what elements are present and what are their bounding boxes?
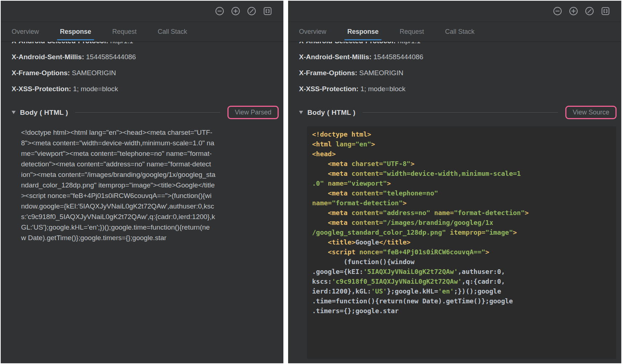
header-value: http/1.1 — [396, 42, 421, 45]
response-body-parsed: <!doctype html><html lang="en"><head><me… — [12, 127, 283, 243]
source-code-line: <script nonce="feB+4Pj01s0iRCW6couvqA=="… — [312, 247, 611, 257]
view-source-button[interactable]: View Source — [565, 106, 617, 119]
response-header-row: X-Frame-Options: SAMEORIGIN — [12, 65, 283, 81]
header-value: 1; mode=block — [359, 85, 405, 93]
response-tab-bar: OverviewResponseRequestCall Stack — [288, 22, 621, 42]
header-name: X-Android-Selected-Protocol: — [12, 42, 108, 45]
header-name: X-XSS-Protection: — [299, 85, 359, 93]
source-code-line: .0" name="viewport"> — [312, 178, 611, 188]
response-header-row: X-Android-Sent-Millis: 1544585444086 — [299, 49, 621, 65]
source-code-line: <meta content="width=device-width,minimu… — [312, 169, 611, 178]
header-value: SAMEORIGIN — [357, 69, 403, 77]
view-parsed-button[interactable]: View Parsed — [227, 106, 279, 119]
zoom-out-icon[interactable] — [215, 6, 225, 16]
response-panel-source: OverviewResponseRequestCall Stack X-Andr… — [288, 1, 621, 363]
parsed-body-line: detection"><meta content="address=no" na… — [21, 159, 283, 169]
tab-response[interactable]: Response — [347, 22, 379, 41]
tab-response[interactable]: Response — [60, 22, 91, 41]
source-code-line: <head> — [312, 149, 611, 159]
header-name: X-XSS-Protection: — [12, 85, 71, 93]
tab-request[interactable]: Request — [400, 22, 424, 41]
response-headers-list: X-Android-Selected-Protocol: http/1.1X-A… — [299, 42, 621, 97]
header-value: http/1.1 — [108, 42, 133, 45]
parsed-body-line: ion"><meta content="/images/branding/goo… — [21, 169, 283, 180]
toolbar-icon-group — [215, 6, 272, 16]
source-code-line: .timers={};google.star — [312, 306, 611, 316]
collapse-triangle-icon[interactable] — [299, 111, 303, 114]
zoom-reset-icon[interactable] — [247, 6, 257, 16]
tab-overview[interactable]: Overview — [12, 22, 39, 41]
response-content: X-Android-Selected-Protocol: http/1.1X-A… — [288, 42, 621, 363]
source-code-line: ierd:1200},kGL:'US'};google.kHL='en';})(… — [312, 286, 611, 296]
parsed-body-line: GL:'US'};google.kHL='en';})();google.tim… — [21, 222, 283, 232]
header-value: 1; mode=block — [71, 85, 118, 93]
source-code-line: <meta content="/images/branding/googleg/… — [312, 218, 611, 227]
zoom-reset-icon[interactable] — [585, 6, 594, 16]
header-name: X-Android-Sent-Millis: — [12, 53, 84, 61]
section-divider-line — [75, 112, 220, 113]
tab-call-stack[interactable]: Call Stack — [445, 22, 474, 41]
response-header-row: X-Android-Sent-Millis: 1544585444086 — [12, 49, 283, 65]
source-code-line: <!doctype html> — [312, 129, 611, 139]
source-code-line: <meta charset="UTF-8"> — [312, 159, 611, 169]
source-code-line: <meta content="address=no" name="format-… — [312, 208, 611, 218]
source-code-line: (function(){window — [312, 257, 611, 267]
response-tab-bar: OverviewResponseRequestCall Stack — [1, 22, 283, 42]
header-value: 1544585444086 — [371, 53, 423, 61]
response-header-row: X-Android-Selected-Protocol: http/1.1 — [12, 42, 283, 49]
parsed-body-line: ><script nonce="feB+4Pj01s0iRCW6couvqA==… — [21, 190, 283, 201]
source-code-line: .time=function(){return(new Date).getTim… — [312, 296, 611, 306]
network-response-comparison: OverviewResponseRequestCall Stack X-Andr… — [0, 0, 622, 364]
response-headers-list: X-Android-Selected-Protocol: http/1.1X-A… — [12, 42, 283, 97]
header-name: X-Android-Selected-Protocol: — [299, 42, 396, 45]
profiler-toolbar — [288, 1, 621, 22]
parsed-body-line: <!doctype html><html lang="en"><head><me… — [21, 127, 283, 138]
source-code-line: .google={kEI:'5IAQXJyVNaiL0gK2t72QAw',au… — [312, 267, 611, 276]
source-code-line: /googleg_standard_color_128dp.png" itemp… — [312, 227, 611, 237]
body-section-header: Body ( HTML ) View Parsed — [12, 106, 283, 119]
header-value: SAMEORIGIN — [70, 69, 116, 77]
body-section-label: Body ( HTML ) — [307, 109, 355, 117]
zoom-in-icon[interactable] — [569, 6, 578, 16]
tab-call-stack[interactable]: Call Stack — [158, 22, 187, 41]
collapse-triangle-icon[interactable] — [12, 111, 16, 114]
parsed-body-line: ndow.google={kEI:'5IAQXJyVNaiL0gK2t72QAw… — [21, 201, 283, 211]
source-code-line: name="format-detection"> — [312, 198, 611, 208]
parsed-body-line: me="viewport"><meta content="telephone=n… — [21, 148, 283, 159]
header-value: 1544585444086 — [84, 53, 136, 61]
header-name: X-Android-Sent-Millis: — [299, 53, 371, 61]
source-code-line: <meta content="telephone=no" — [312, 188, 611, 198]
source-code-line: <html lang="en"> — [312, 139, 611, 149]
parsed-body-line: 8"><meta content="width=device-width,min… — [21, 138, 283, 148]
parsed-body-line: ndard_color_128dp.png" itemprop="image">… — [21, 180, 283, 190]
response-header-row: X-Frame-Options: SAMEORIGIN — [299, 65, 621, 81]
zoom-out-icon[interactable] — [553, 6, 562, 16]
zoom-in-icon[interactable] — [231, 6, 241, 16]
parsed-body-line: w Date).getTime()};google.timers={};goog… — [21, 232, 283, 243]
tab-request[interactable]: Request — [112, 22, 137, 41]
response-header-row: X-Android-Selected-Protocol: http/1.1 — [299, 42, 621, 49]
toolbar-icon-group — [553, 6, 610, 16]
parsed-body-line: s:'c9c918f0_5IAQXJyVNaiL0gK2t72QAw',q:{c… — [21, 211, 283, 222]
header-name: X-Frame-Options: — [299, 69, 357, 77]
source-code-line: kscs:'c9c918f0_5IAQXJyVNaiL0gK2t72QAw',q… — [312, 276, 611, 286]
response-header-row: X-XSS-Protection: 1; mode=block — [299, 81, 621, 97]
section-divider-line — [363, 112, 558, 113]
response-body-source: <!doctype html><html lang="en"><head> <m… — [307, 126, 616, 359]
response-content: X-Android-Selected-Protocol: http/1.1X-A… — [1, 42, 283, 363]
body-section-label: Body ( HTML ) — [20, 109, 68, 117]
response-panel-parsed: OverviewResponseRequestCall Stack X-Andr… — [1, 1, 283, 363]
profiler-toolbar — [1, 1, 283, 22]
tab-overview[interactable]: Overview — [299, 22, 326, 41]
source-code-line: <title>Google</title> — [312, 237, 611, 247]
header-name: X-Frame-Options: — [12, 69, 70, 77]
body-section-header: Body ( HTML ) View Source — [299, 106, 621, 119]
zoom-fit-icon[interactable] — [263, 6, 272, 16]
source-code: <!doctype html><html lang="en"><head> <m… — [312, 129, 611, 316]
response-header-row: X-XSS-Protection: 1; mode=block — [12, 81, 283, 97]
zoom-fit-icon[interactable] — [601, 6, 610, 16]
